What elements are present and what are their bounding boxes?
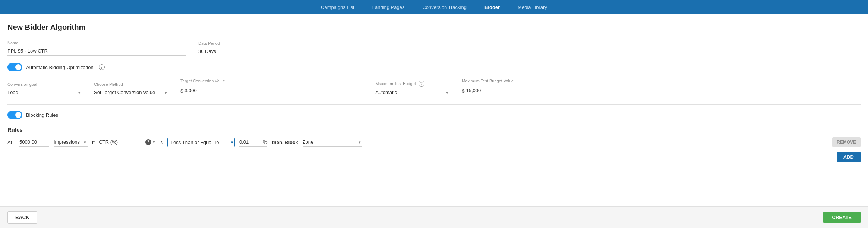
auto-bidding-toggle[interactable]: [7, 63, 22, 71]
conversion-goal-select-wrapper: Lead: [7, 88, 82, 97]
max-test-budget-value-wrapper: $: [462, 85, 645, 97]
auto-bidding-row: Automatic Bidding Optimization ?: [7, 63, 861, 71]
target-conversion-label: Target Conversion Value: [180, 79, 363, 83]
target-conversion-input-wrapper: $: [180, 85, 363, 97]
rules-title: Rules: [7, 127, 861, 133]
then-block-label: then, Block: [272, 140, 298, 145]
divider: [7, 104, 861, 105]
page-title: New Bidder Algorithm: [7, 23, 861, 32]
nav-bidder[interactable]: Bidder: [482, 3, 503, 12]
blocking-rules-toggle[interactable]: [7, 111, 22, 119]
ctr-input[interactable]: [99, 139, 144, 145]
main-content: New Bidder Algorithm Name Data Period 30…: [0, 14, 868, 228]
max-test-budget-select-wrapper: Automatic: [375, 88, 450, 97]
max-test-budget-value-input[interactable]: [466, 86, 645, 95]
back-button[interactable]: BACK: [7, 211, 37, 224]
name-label: Name: [7, 41, 186, 45]
nav-media-library[interactable]: Media Library: [515, 3, 550, 12]
add-btn-row: ADD: [7, 152, 861, 162]
conversion-goal-label: Conversion goal: [7, 82, 82, 87]
choose-method-select[interactable]: Set Target Conversion Value: [94, 88, 168, 97]
zone-select-wrapper: Zone: [303, 138, 362, 147]
choose-method-select-wrapper: Set Target Conversion Value: [94, 88, 168, 97]
target-conversion-prefix: $: [180, 88, 183, 94]
max-test-budget-label: Maximum Test Budget ?: [375, 81, 450, 87]
conversion-row: Conversion goal Lead Choose Method Set T…: [7, 79, 861, 97]
conversion-goal-select[interactable]: Lead: [7, 88, 82, 97]
target-conversion-group: Target Conversion Value $: [180, 79, 363, 97]
value-input[interactable]: [239, 139, 262, 145]
choose-method-group: Choose Method Set Target Conversion Valu…: [94, 82, 168, 97]
max-test-budget-help-icon[interactable]: ?: [419, 81, 424, 87]
max-test-budget-select[interactable]: Automatic: [375, 88, 450, 97]
amount-unit-wrapper: Impressions: [54, 138, 88, 147]
top-nav: Campaigns List Landing Pages Conversion …: [0, 0, 868, 14]
max-test-budget-group: Maximum Test Budget ? Automatic: [375, 81, 450, 97]
conversion-goal-group: Conversion goal Lead: [7, 82, 82, 97]
ctr-field: ? ▾: [99, 138, 155, 147]
ctr-dropdown-arrow[interactable]: ▾: [153, 140, 155, 144]
data-period-group: Data Period 30 Days: [198, 41, 220, 56]
auto-bidding-label: Automatic Bidding Optimization: [26, 65, 94, 70]
name-input[interactable]: [7, 47, 186, 56]
zone-select[interactable]: Zone: [303, 138, 362, 147]
is-label: is: [160, 140, 163, 145]
add-button[interactable]: ADD: [837, 152, 861, 162]
value-input-group: %: [239, 138, 268, 147]
create-button[interactable]: CREATE: [823, 212, 861, 223]
data-period-label: Data Period: [198, 41, 220, 46]
if-label: if: [92, 140, 95, 145]
choose-method-label: Choose Method: [94, 82, 168, 87]
data-period-value: 30 Days: [198, 47, 220, 56]
max-test-budget-value-group: Maximum Test Budget Value $: [462, 79, 645, 97]
blocking-rules-row: Blocking Rules: [7, 111, 861, 119]
name-row: Name Data Period 30 Days: [7, 41, 861, 56]
nav-campaigns-list[interactable]: Campaigns List: [318, 3, 357, 12]
ctr-help-icon[interactable]: ?: [145, 139, 151, 145]
remove-button[interactable]: REMOVE: [832, 137, 861, 147]
amount-input[interactable]: [19, 138, 49, 147]
blocking-rules-label: Blocking Rules: [26, 112, 58, 118]
condition-select-wrapper: Less Than or Equal To Greater Than Less …: [167, 138, 235, 147]
nav-landing-pages[interactable]: Landing Pages: [369, 3, 408, 12]
amount-unit-select[interactable]: Impressions: [54, 138, 88, 147]
rule-row: At Impressions if ? ▾ is Less Than or Eq…: [7, 137, 861, 147]
max-test-budget-value-label: Maximum Test Budget Value: [462, 79, 645, 83]
name-group: Name: [7, 41, 186, 56]
value-suffix: %: [263, 139, 268, 145]
auto-bidding-help-icon[interactable]: ?: [99, 64, 105, 70]
condition-select[interactable]: Less Than or Equal To Greater Than Less …: [167, 138, 235, 147]
nav-conversion-tracking[interactable]: Conversion Tracking: [419, 3, 470, 12]
max-test-budget-value-prefix: $: [462, 88, 464, 94]
target-conversion-input[interactable]: [184, 86, 363, 95]
at-label: At: [7, 140, 15, 145]
footer: BACK CREATE: [0, 206, 868, 228]
